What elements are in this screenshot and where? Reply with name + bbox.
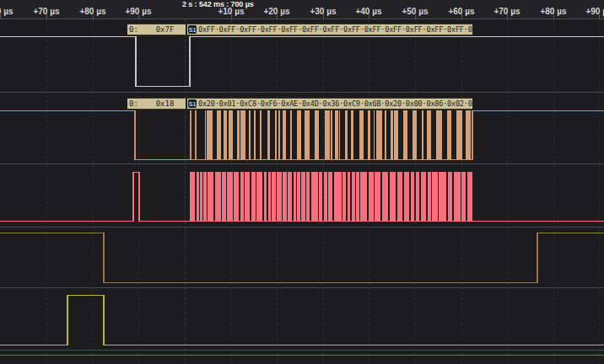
channel-1-data-burst xyxy=(240,110,245,159)
tick-mark xyxy=(553,14,554,19)
channel-1-data-burst xyxy=(278,110,280,159)
channel-1-pulse-stripe xyxy=(190,110,191,159)
channel-1-data-burst xyxy=(427,110,431,159)
channel-1-data-burst xyxy=(283,110,286,159)
channel-2-data-burst xyxy=(215,172,221,221)
channel-2-data-burst xyxy=(411,172,415,221)
first-byte-value: 0x7F xyxy=(149,25,186,34)
byte-stream-text: 0x20·0x01·0xC8·0xF6·0xAE·0x4D·0x36·0xC9·… xyxy=(198,99,472,108)
tick-mark xyxy=(461,14,462,19)
stream-badge-icon: S1 xyxy=(188,25,197,34)
channel-2-data-burst xyxy=(272,172,276,221)
tick-mark xyxy=(599,14,600,19)
channel-1-data-burst xyxy=(413,110,417,159)
channel-1-data-burst xyxy=(466,110,471,159)
channel-2-data-burst xyxy=(369,172,373,221)
channel-1-data-burst xyxy=(290,110,291,159)
channel-2-data-burst xyxy=(264,172,267,221)
protocol-annotation-bar-0[interactable]: 0: 0x7F S1 0xFF·0xFF·0xFF·0xFF·0xFF·0xFF… xyxy=(127,24,472,35)
channel-1-data-burst xyxy=(368,110,370,159)
channel-1-pulse-stripe xyxy=(195,110,197,159)
channel-2-data-burst xyxy=(200,172,202,221)
channel-2-data-burst xyxy=(208,172,213,221)
tick-mark xyxy=(323,14,324,19)
channel-2-data-burst xyxy=(311,172,319,221)
channel-2-data-burst xyxy=(288,172,292,221)
channel-1-data-burst xyxy=(254,110,256,159)
annotation-header: 0: 0x18 xyxy=(127,99,186,109)
channel-3-trace xyxy=(0,233,604,283)
channel-1-data-burst xyxy=(205,110,206,159)
channel-1-data-burst xyxy=(359,110,364,159)
channel-2-data-burst xyxy=(245,172,250,221)
logic-analyzer-viewport: 2 s : 542 ms : 700 µs +60 µs+70 µs+80 µs… xyxy=(0,0,604,364)
annotation-byte-stream: S1 0x20·0x01·0xC8·0xF6·0xAE·0x4D·0x36·0x… xyxy=(187,99,472,109)
channel-1-data-burst xyxy=(224,110,227,159)
channel-2-data-burst xyxy=(251,172,256,221)
waveform-canvas[interactable] xyxy=(0,0,604,364)
channel-1-data-burst xyxy=(391,110,393,159)
channel-2-data-burst xyxy=(461,172,466,221)
channel-2-data-burst xyxy=(294,172,296,221)
channel-1-trace xyxy=(0,111,604,160)
annotation-header: 0: 0x7F xyxy=(127,24,186,35)
channel-2-data-burst xyxy=(227,172,232,221)
channel-2-data-burst xyxy=(416,172,419,221)
channel-1-data-burst xyxy=(403,110,407,159)
tick-mark xyxy=(415,14,416,19)
channel-2-data-burst xyxy=(319,172,322,221)
channel-2-data-burst xyxy=(390,172,396,221)
channel-2-data-burst xyxy=(397,172,402,221)
channel-0-trace xyxy=(0,37,604,87)
channel-1-data-burst xyxy=(325,110,330,159)
channel-2-data-burst xyxy=(467,172,472,221)
channel-1-data-burst xyxy=(374,110,375,159)
channel-1-data-burst xyxy=(394,110,398,159)
channel-2-data-burst xyxy=(360,172,367,221)
channel-2-data-burst xyxy=(454,172,461,221)
channel-1-data-burst xyxy=(345,110,348,159)
channel-2-data-burst xyxy=(448,172,452,221)
tick-mark xyxy=(507,14,508,19)
channel-1-data-burst xyxy=(207,110,213,159)
channel-1-data-burst xyxy=(331,110,332,159)
channel-1-data-burst xyxy=(456,110,462,159)
tick-label: +60 µs xyxy=(0,8,13,16)
channel-2-data-burst xyxy=(301,172,305,221)
tick-mark xyxy=(93,14,94,19)
tick-mark xyxy=(277,14,278,19)
channel-1-data-burst xyxy=(260,110,262,159)
tick-label: +90 µs xyxy=(585,8,604,16)
annotation-byte-stream: S1 0xFF·0xFF·0xFF·0xFF·0xFF·0xFF·0xFF·0x… xyxy=(187,24,472,35)
channel-2-data-burst xyxy=(352,172,355,221)
channel-1-data-burst xyxy=(297,110,300,159)
channel-1-data-burst xyxy=(385,110,386,159)
channel-2-data-burst xyxy=(421,172,427,221)
channel-2-data-burst xyxy=(375,172,380,221)
tick-mark xyxy=(0,14,1,19)
channel-4-trace xyxy=(0,296,604,345)
first-byte-value: 0x18 xyxy=(149,99,186,108)
channel-2-data-burst xyxy=(197,172,199,221)
channel-1-data-burst xyxy=(447,110,451,159)
channel-2-data-burst xyxy=(324,172,327,221)
tick-mark xyxy=(231,14,232,19)
channel-2-data-burst xyxy=(334,172,342,221)
channel-1-data-burst xyxy=(229,110,232,159)
channel-1-data-burst xyxy=(267,110,269,159)
protocol-annotation-bar-1[interactable]: 0: 0x18 S1 0x20·0x01·0xC8·0xF6·0xAE·0x4D… xyxy=(127,98,472,110)
channel-2-data-burst xyxy=(328,172,332,221)
timeline-ruler[interactable]: 2 s : 542 ms : 700 µs +60 µs+70 µs+80 µs… xyxy=(0,0,604,19)
channel-2-data-burst xyxy=(404,172,409,221)
channel-2-data-burst xyxy=(256,172,262,221)
byte-stream-text: 0xFF·0xFF·0xFF·0xFF·0xFF·0xFF·0xFF·0xFF·… xyxy=(198,25,472,34)
channel-1-data-burst xyxy=(422,110,423,159)
channel-2-data-burst xyxy=(283,172,286,221)
channel-2-data-burst xyxy=(297,172,299,221)
channel-2-data-burst xyxy=(342,172,346,221)
byte-index-label: 0: xyxy=(127,99,149,108)
channel-2-data-burst xyxy=(432,172,439,221)
channel-2-data-burst xyxy=(190,172,195,221)
channel-2-data-burst xyxy=(240,172,244,221)
channel-2-data-burst xyxy=(234,172,239,221)
